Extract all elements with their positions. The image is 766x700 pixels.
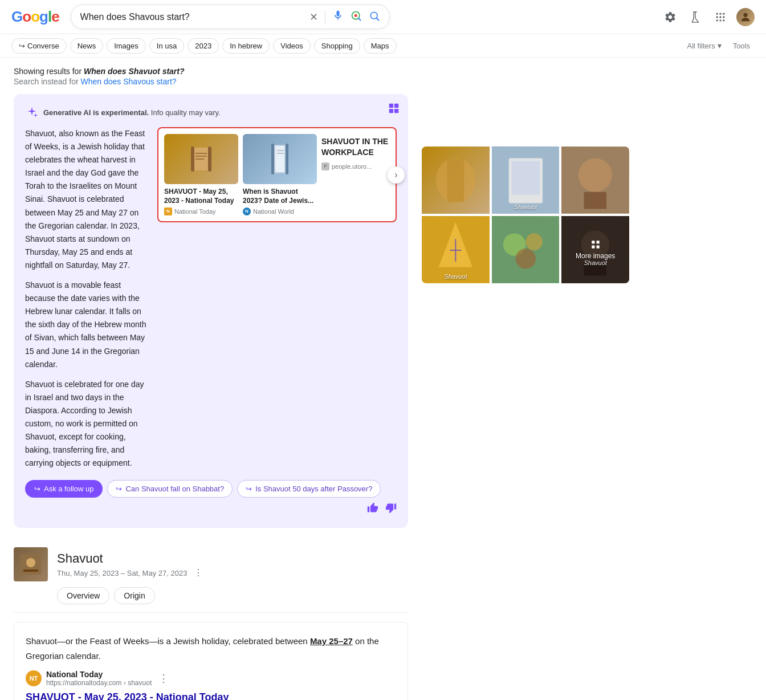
svg-point-5	[716, 13, 718, 14]
ai-card-2-source: National World	[253, 208, 294, 215]
ai-source-cards: SHAVUOT - May 25, 2023 - National Today …	[157, 127, 397, 470]
search-original-link[interactable]: When does Shavous start?	[81, 77, 177, 86]
sidebar-image-2[interactable]: Shavuot	[492, 146, 560, 214]
snippet-source-name: National Today	[46, 670, 152, 679]
kp-thumbnail	[14, 547, 48, 581]
images-label: Images	[114, 42, 138, 50]
svg-point-1	[354, 14, 357, 17]
sidebar-image-4[interactable]: Shavuot	[422, 216, 490, 283]
news-label: News	[78, 42, 96, 50]
svg-rect-54	[592, 241, 594, 243]
ask-followup-button[interactable]: ↪ Ask a follow up	[25, 480, 103, 498]
svg-rect-27	[271, 144, 274, 174]
svg-rect-21	[208, 146, 211, 172]
ai-card-1-source-icon: N	[164, 207, 172, 215]
snippet-headline-link[interactable]: SHAVUOT - May 25, 2023 - National Today	[26, 691, 396, 700]
chevron-down-icon: ▾	[718, 41, 722, 50]
svg-point-12	[719, 19, 721, 21]
svg-point-7	[723, 13, 724, 14]
kp-more-icon[interactable]: ⋮	[194, 568, 203, 577]
ai-sparkle-icon	[25, 105, 39, 119]
snippet-source: NT National Today https://nationaltoday.…	[26, 670, 396, 687]
filter-chip-maps[interactable]: Maps	[364, 38, 397, 54]
ai-card-3-source-icon: P	[321, 162, 329, 170]
more-images-overlay[interactable]: More images	[561, 216, 629, 283]
followup-icon: ↪	[34, 485, 40, 493]
labs-button[interactable]	[684, 6, 707, 29]
apps-button[interactable]	[709, 6, 732, 29]
svg-point-6	[719, 13, 721, 14]
filter-chip-converse[interactable]: ↪ Converse	[11, 38, 67, 54]
ai-cards-container: SHAVUOT - May 25, 2023 - National Today …	[157, 127, 397, 222]
svg-rect-15	[389, 104, 393, 108]
svg-rect-28	[286, 144, 288, 174]
cards-next-button[interactable]: ›	[388, 166, 405, 184]
followup-chip-1-label: Can Shavuot fall on Shabbat?	[125, 485, 224, 493]
svg-point-41	[578, 158, 612, 192]
ai-card-1[interactable]: SHAVUOT - May 25, 2023 - National Today …	[164, 134, 238, 215]
svg-rect-39	[511, 161, 539, 194]
kp-subtitle: Thu, May 25, 2023 – Sat, May 27, 2023 ⋮	[57, 567, 203, 578]
tools-button[interactable]: Tools	[728, 38, 755, 54]
svg-point-13	[723, 19, 724, 21]
kp-tab-origin[interactable]: Origin	[114, 587, 154, 604]
filter-chip-videos[interactable]: Videos	[273, 38, 311, 54]
ai-header: Generative AI is experimental. Info qual…	[25, 105, 397, 119]
filter-chip-2023[interactable]: 2023	[188, 38, 219, 54]
clear-button[interactable]: ✕	[309, 11, 318, 23]
svg-point-9	[719, 16, 721, 18]
lens-search-button[interactable]	[351, 10, 362, 23]
svg-rect-42	[584, 192, 607, 209]
snippet-source-icon: NT	[26, 670, 42, 686]
thumbs-down-button[interactable]	[385, 502, 397, 516]
ai-card-3[interactable]: SHAVUOT IN THE WORKPLACE P people.utoro.…	[321, 134, 390, 170]
header-actions	[659, 6, 755, 29]
spell-correction: Showing results for When does Shavuot st…	[14, 67, 408, 86]
search-button[interactable]	[369, 10, 380, 23]
results-column: Showing results for When does Shavuot st…	[0, 58, 422, 700]
filter-chip-shopping[interactable]: Shopping	[314, 38, 360, 54]
svg-rect-20	[191, 146, 194, 172]
in-usa-label: In usa	[157, 42, 177, 50]
svg-rect-56	[592, 246, 594, 249]
followup-chip-1[interactable]: ↪ Can Shavuot fall on Shabbat?	[107, 480, 233, 498]
svg-rect-26	[275, 146, 284, 172]
sidebar-image-1[interactable]	[422, 146, 490, 214]
filter-chip-images[interactable]: Images	[107, 38, 146, 54]
filter-bar: ↪ Converse News Images In usa 2023 In he…	[0, 34, 766, 58]
ai-layout-toggle[interactable]	[388, 102, 400, 116]
filter-chip-in-hebrew[interactable]: In hebrew	[222, 38, 270, 54]
settings-button[interactable]	[659, 6, 682, 29]
search-input[interactable]	[80, 12, 309, 22]
ai-paragraph-3: Shavuot is celebrated for one day in Isr…	[25, 378, 148, 470]
avatar[interactable]	[736, 8, 755, 26]
shopping-label: Shopping	[321, 42, 353, 50]
kp-tab-overview[interactable]: Overview	[57, 587, 109, 604]
google-logo[interactable]: Google	[11, 8, 59, 26]
ai-paragraph-1: Shavuot, also known as the Feast of Week…	[25, 127, 148, 272]
ai-card-1-source: National Today	[174, 208, 216, 215]
snippet-source-url: https://nationaltoday.com › shavuot	[46, 679, 152, 687]
converse-label: Converse	[27, 42, 59, 50]
voice-search-button[interactable]	[332, 10, 344, 24]
ai-card-2-image	[243, 134, 317, 184]
filter-chip-news[interactable]: News	[70, 38, 104, 54]
svg-point-10	[723, 16, 724, 18]
filter-chip-in-usa[interactable]: In usa	[149, 38, 184, 54]
svg-point-11	[716, 19, 718, 21]
snippet-more-button[interactable]: ⋮	[158, 672, 169, 685]
sidebar-image-5[interactable]	[492, 216, 560, 283]
ai-followups: ↪ Ask a follow up ↪ Can Shavuot fall on …	[25, 480, 397, 516]
followup-chip-2[interactable]: ↪ Is Shavuot 50 days after Passover?	[237, 480, 381, 498]
svg-point-32	[26, 558, 35, 567]
ai-card-2-source-icon: N	[243, 207, 251, 215]
sidebar-image-6[interactable]: More images Shavuot	[561, 216, 629, 283]
svg-rect-55	[596, 241, 599, 243]
all-filters-button[interactable]: All filters ▾	[683, 38, 726, 54]
featured-snippet: Shavuot—or the Feast of Weeks—is a Jewis…	[14, 622, 408, 700]
svg-point-8	[716, 16, 718, 18]
sidebar-image-3[interactable]	[561, 146, 629, 214]
ai-card-2[interactable]: When is Shavuot 2023? Date of Jewis... N…	[243, 134, 317, 215]
svg-rect-17	[389, 109, 393, 113]
thumbs-up-button[interactable]	[367, 502, 378, 516]
